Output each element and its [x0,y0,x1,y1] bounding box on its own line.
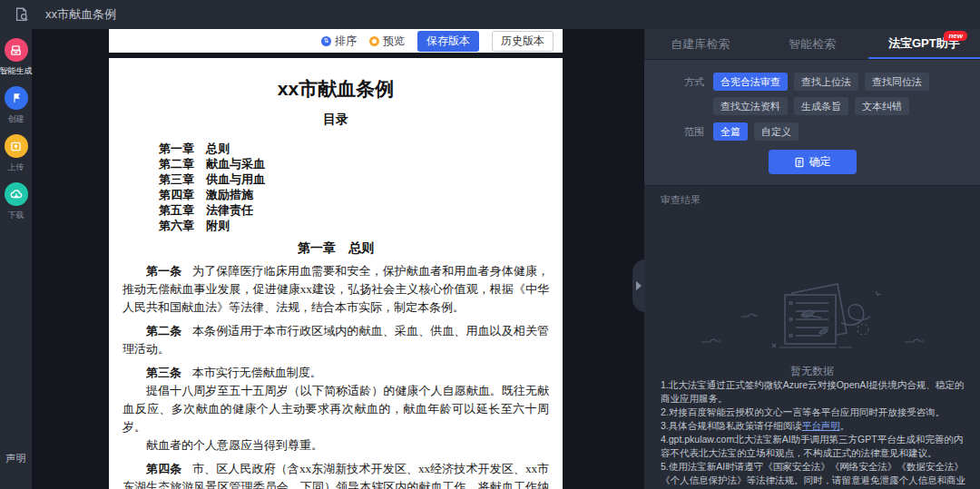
disclaimer-line3-suffix: 。 [840,420,850,431]
toc-item: 第二章 献血与采血 [159,156,549,171]
sidebar-item-label: 上传 [8,161,24,173]
assistant-panel: 自建库检索 智能检索 法宝GPT助手 new 方式 合宪合法审查 查找上位法 查… [644,29,980,489]
article-text: 本条例适用于本市行政区域内的献血、采血、供血、用血以及相关管理活动。 [122,324,549,356]
disclaimer-line3-prefix: 3.具体合规和隐私政策请仔细阅读 [661,420,802,431]
article-paragraph: 第四条市、区人民政府（含xx东湖新技术开发区、xx经济技术开发区、xx市东湖生态… [122,460,549,489]
method-label: 方式 [684,73,704,91]
results-label: 审查结果 [661,193,701,207]
sort-label: 排序 [335,34,357,49]
sidebar-item-upload[interactable]: 上传 [0,134,32,173]
table-of-contents: 第一章 总则 第二章 献血与采血 第三章 供血与用血 第四章 激励措施 第五章 … [122,141,549,233]
method-option-find-parallel-law[interactable]: 查找同位法 [865,73,929,91]
platform-statement-link[interactable]: 平台声明 [802,420,840,431]
review-results-area: 审查结果 [644,186,980,489]
left-sidebar: 智能生成 创建 上传 下 [0,29,32,489]
article-paragraph: 第一条为了保障医疗临床用血需要和安全，保护献血者和用血者身体健康，推动无偿献血事… [122,262,549,317]
document-toolbar: ⇅ 排序 预览 保存版本 历史版本 [109,29,563,53]
sidebar-item-label: 创建 [8,113,24,125]
sidebar-item-label: 下载 [8,210,24,221]
article-paragraph: 第三条本市实行无偿献血制度。 [122,364,549,382]
document-page[interactable]: xx市献血条例 目录 第一章 总则 第二章 献血与采血 第三章 供血与用血 第四… [109,58,563,489]
article-text: 市、区人民政府（含xx东湖新技术开发区、xx经济技术开发区、xx市东湖生态旅游风… [122,462,549,489]
article-paragraph: 第二条本条例适用于本市行政区域内的献血、采血、供血、用血以及相关管理活动。 [122,322,549,358]
scope-option-custom[interactable]: 自定义 [754,122,799,141]
tab-smart-search[interactable]: 智能检索 [756,29,867,59]
article-text: 献血者的个人意愿应当得到尊重。 [146,438,323,452]
method-option-text-correction[interactable]: 文本纠错 [855,97,909,115]
preview-icon [369,36,379,46]
document-title: xx市献血条例 [122,76,549,102]
disclaimer-text: 1.北大法宝通过正式签约微软Azure云对接OpenAI提供境内合规、稳定的商业… [661,378,967,489]
article-paragraph: 提倡十八周岁至五十五周岁（以下简称适龄）的健康个人自愿献血。既往无献血反应、多次… [122,382,549,436]
article-number: 第四条 [146,462,181,475]
upload-icon[interactable] [5,134,28,158]
empty-state-illustration [685,273,939,360]
sidebar-item-label: 智能生成 [0,65,33,77]
sort-icon: ⇅ [321,36,331,46]
document-body: 第一条为了保障医疗临床用血需要和安全，保护献血者和用血者身体健康，推动无偿献血事… [122,262,549,489]
article-number: 第三条 [146,366,181,379]
method-option-find-superior-law[interactable]: 查找上位法 [794,73,858,91]
disclaimer-line: 3.具体合规和隐私政策请仔细阅读平台声明。 [661,419,967,433]
document-search-icon[interactable] [13,5,31,24]
method-option-find-legislative-materials[interactable]: 查找立法资料 [713,97,788,115]
sidebar-item-download[interactable]: 下载 [0,182,32,221]
cloud-download-icon[interactable] [5,182,28,206]
chapter-heading: 第一章 总则 [122,240,549,257]
sidebar-footer-statement[interactable]: 声明 [0,452,32,465]
scope-options: 全篇 自定义 [713,122,967,141]
method-option-generate-summary[interactable]: 生成条旨 [794,97,848,115]
scope-option-full-text[interactable]: 全篇 [713,122,748,141]
disclaimer-line: 4.gpt.pkulaw.com北大法宝新AI助手调用第三方GPT平台生成和完善… [661,433,967,460]
disclaimer-line: 5.使用法宝新AI时请遵守《国家安全法》《网络安全法》《数据安全法》《个人信息保… [661,460,967,489]
article-number: 第一条 [146,264,181,278]
disclaimer-line: 1.北大法宝通过正式签约微软Azure云对接OpenAI提供境内合规、稳定的商业… [661,378,967,406]
article-text: 提倡十八周岁至五十五周岁（以下简称适龄）的健康个人自愿献血。既往无献血反应、多次… [122,384,549,434]
article-paragraph: 献血者的个人意愿应当得到尊重。 [122,436,549,455]
toc-item: 第一章 总则 [159,141,549,156]
panel-collapse-handle[interactable] [632,259,645,312]
article-number: 第二条 [146,324,181,337]
preview-label: 预览 [383,34,405,49]
preview-button[interactable]: 预览 [369,34,405,49]
history-version-button[interactable]: 历史版本 [492,31,554,52]
document-icon [794,157,805,168]
article-text: 为了保障医疗临床用血需要和安全，保护献血者和用血者身体健康，推动无偿献血事业发展… [122,264,549,314]
method-options: 合宪合法审查 查找上位法 查找同位法 查找立法资料 生成条旨 文本纠错 [713,73,967,115]
confirm-row: 确定 [644,150,980,174]
scope-row: 范围 全篇 自定义 [684,122,980,141]
sidebar-item-ai-generate[interactable]: 智能生成 [0,38,32,77]
toc-item: 第三章 供血与用血 [159,171,549,187]
flag-icon[interactable] [5,86,28,110]
confirm-button[interactable]: 确定 [769,150,857,174]
confirm-label: 确定 [809,154,831,170]
tab-fabao-gpt-assistant[interactable]: 法宝GPT助手 new [868,29,980,59]
empty-state-text: 暂无数据 [790,364,834,379]
method-row: 方式 合宪合法审查 查找上位法 查找同位法 查找立法资料 生成条旨 文本纠错 [684,73,980,115]
empty-state: 暂无数据 [644,273,980,379]
method-option-constitutional-review[interactable]: 合宪合法审查 [713,73,788,91]
save-version-button[interactable]: 保存版本 [417,31,479,52]
chevron-right-icon [636,281,642,290]
panel-tabs: 自建库检索 智能检索 法宝GPT助手 new [644,29,980,60]
page-title: xx市献血条例 [45,6,116,23]
article-text: 本市实行无偿献血制度。 [192,366,322,379]
sort-button[interactable]: ⇅ 排序 [321,34,357,49]
magic-generate-icon[interactable] [5,38,28,62]
tab-custom-library-search[interactable]: 自建库检索 [644,29,756,59]
toc-title: 目录 [122,112,549,128]
scope-label: 范围 [684,122,704,141]
review-options: 方式 合宪合法审查 查找上位法 查找同位法 查找立法资料 生成条旨 文本纠错 范… [644,60,980,186]
new-badge: new [944,31,967,41]
app-window: xx市献血条例 智能生成 创建 上传 [0,0,980,489]
sidebar-item-create[interactable]: 创建 [0,86,32,125]
top-bar: xx市献血条例 [0,0,980,29]
disclaimer-line: 2.对接百度智能云授权的文心一言等各平台应用同时开放接受咨询。 [661,406,967,419]
toc-item: 第六章 附则 [159,218,549,233]
toc-item: 第五章 法律责任 [159,202,549,218]
toc-item: 第四章 激励措施 [159,187,549,202]
